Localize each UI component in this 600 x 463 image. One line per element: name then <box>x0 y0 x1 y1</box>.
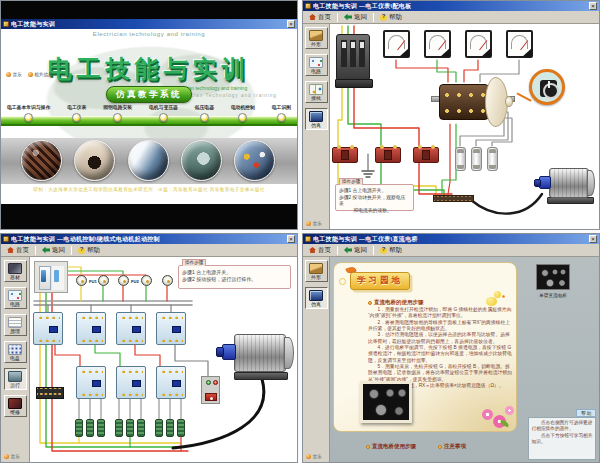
bullet-icon <box>366 445 370 449</box>
menu-item-label: 低压电器 <box>195 104 214 110</box>
tools-icon <box>8 263 22 274</box>
close-button[interactable]: × <box>287 20 295 28</box>
sidebar-item-wiring[interactable]: 接线 <box>305 81 328 103</box>
back-button[interactable]: 返回 <box>39 245 68 256</box>
menu-item-motors-transformers[interactable]: 电机与变压器 <box>149 104 178 122</box>
lesson-tab-notes[interactable]: 注意事项 <box>438 443 466 450</box>
sidebar-item-appearance[interactable]: 外形 <box>305 260 328 282</box>
home-button[interactable]: 首页 <box>4 245 32 256</box>
menu-item-drawing-reading[interactable]: 电工识图 <box>272 104 291 122</box>
app-icon <box>305 236 311 242</box>
menu-item-button[interactable] <box>238 113 247 122</box>
home-button[interactable]: 首页 <box>306 245 334 256</box>
device-thumbnail-label: 单臂直流电桥 <box>526 293 580 298</box>
help-button[interactable]: 帮助 <box>377 12 405 23</box>
sidebar-item-circuit[interactable]: 电路 <box>4 287 27 309</box>
circuit-breaker[interactable] <box>34 261 68 293</box>
contactor-7 <box>156 366 186 399</box>
motor-base <box>234 372 288 380</box>
menu-item-button[interactable] <box>159 113 168 122</box>
menu-item-lv-apparatus[interactable]: 低压电器 <box>195 104 214 122</box>
music-toggle[interactable]: 音乐 <box>6 72 22 77</box>
back-button[interactable]: 返回 <box>341 12 370 23</box>
duck-decoration <box>484 289 504 309</box>
menu-item-meters[interactable]: 电工仪表 <box>67 104 86 122</box>
circuit-breaker[interactable] <box>336 34 370 80</box>
lesson-tab-steps[interactable]: 直流电桥使用步骤 <box>366 443 416 450</box>
sidebar-item-repair[interactable]: 维修 <box>4 395 27 417</box>
operation-steps-box: 操作步骤 步骤1 合上电源开关。 步骤2 按动转换开关，观察电压表 和电流表的读… <box>335 184 414 211</box>
music-toggle[interactable]: 音乐 <box>4 454 20 459</box>
photo-wires[interactable] <box>21 140 62 181</box>
menu-item-motor-control[interactable]: 电动机控制 <box>231 104 255 122</box>
info-label: 相关信息 <box>34 72 52 77</box>
flower-decoration <box>482 409 493 420</box>
device-thumbnail[interactable] <box>536 264 570 290</box>
panel-icon <box>8 344 22 355</box>
starting-resistor <box>126 419 134 437</box>
sidebar-item-label: 外形 <box>306 42 327 48</box>
sidebar-item-appearance[interactable]: 外形 <box>305 27 328 49</box>
sidebar-item-simulation[interactable]: 仿真 <box>305 287 328 309</box>
menu-item-button[interactable] <box>72 113 81 122</box>
menu-item-button[interactable] <box>200 113 209 122</box>
menu-item-button[interactable] <box>113 113 122 122</box>
motor-base <box>547 197 594 204</box>
sidebar-item-principle[interactable]: 原理 <box>4 314 27 336</box>
photo-components[interactable] <box>234 140 275 181</box>
sidebar-item-circuit[interactable]: 电路 <box>305 54 328 76</box>
sidebar-item-label: 电路 <box>5 302 26 308</box>
contactor-6 <box>116 366 146 399</box>
back-button[interactable]: 返回 <box>341 245 370 256</box>
music-toggle[interactable]: 音乐 <box>306 454 322 459</box>
contactor-label-plate <box>172 326 181 333</box>
home-button[interactable]: 首页 <box>306 12 334 23</box>
menu-item-button[interactable] <box>277 113 286 122</box>
music-label: 音乐 <box>313 221 322 226</box>
card-header: 学习园地 <box>350 272 410 290</box>
close-button[interactable]: × <box>287 235 295 243</box>
starting-resistor <box>115 419 123 437</box>
meter-corner <box>399 48 409 57</box>
back-icon <box>344 247 352 254</box>
sidebar-item-equipment[interactable]: 器材 <box>4 260 27 282</box>
start-button[interactable] <box>206 380 211 385</box>
contactor-2 <box>76 312 106 345</box>
sidebar-item-label: 仿真 <box>306 123 327 129</box>
help-button[interactable]: 帮助 <box>377 245 405 256</box>
title-bar: 电工技能与实训 —电工仪表\配电板 × <box>303 1 599 11</box>
fuse-5 <box>162 275 173 286</box>
back-icon <box>42 247 50 254</box>
window-title: 电工技能与实训 —电工仪表\直流电桥 <box>313 235 587 244</box>
photo-motor[interactable] <box>181 140 222 181</box>
info-link[interactable]: 相关信息 <box>28 72 53 77</box>
window-title: 电工技能与实训 —电动机控制\绕线式电动机起动控制 <box>11 235 285 244</box>
sidebar-item-panel[interactable]: 电盘 <box>4 341 27 363</box>
sidebar-item-run[interactable]: 运行 <box>4 368 27 390</box>
fuse-group-label: FU1 <box>89 279 97 284</box>
close-button[interactable]: × <box>589 235 597 243</box>
fuse-4 <box>141 275 152 286</box>
toolbar-separator <box>337 13 338 22</box>
changeover-switch[interactable] <box>439 74 517 132</box>
menu-item-basics[interactable]: 电工基本常识与操作 <box>7 104 50 122</box>
menu-item-lighting[interactable]: 照明电路安装 <box>103 104 132 122</box>
splash-title: 电工技能与实训 <box>1 53 297 85</box>
music-toggle[interactable]: 音乐 <box>306 221 322 226</box>
motor-shaft <box>534 179 541 187</box>
motor-body <box>549 168 589 198</box>
photo-tool[interactable] <box>128 140 169 181</box>
contactor-5 <box>76 366 106 399</box>
help-icon <box>78 247 85 254</box>
switch-knob-icon[interactable] <box>540 80 557 97</box>
panel-meter-4 <box>506 30 533 58</box>
sidebar-item-simulation[interactable]: 仿真 <box>305 108 328 130</box>
emergency-button[interactable] <box>205 393 217 401</box>
view-sidebar: 外形 仿真 音乐 <box>303 257 330 462</box>
magnifier-callout <box>529 69 565 105</box>
window-title: 电工技能与实训 —电工仪表\配电板 <box>313 2 587 11</box>
menu-item-button[interactable] <box>24 113 33 122</box>
close-button[interactable]: × <box>589 2 597 10</box>
help-button[interactable]: 帮助 <box>75 245 103 256</box>
photo-meter[interactable] <box>74 140 115 181</box>
